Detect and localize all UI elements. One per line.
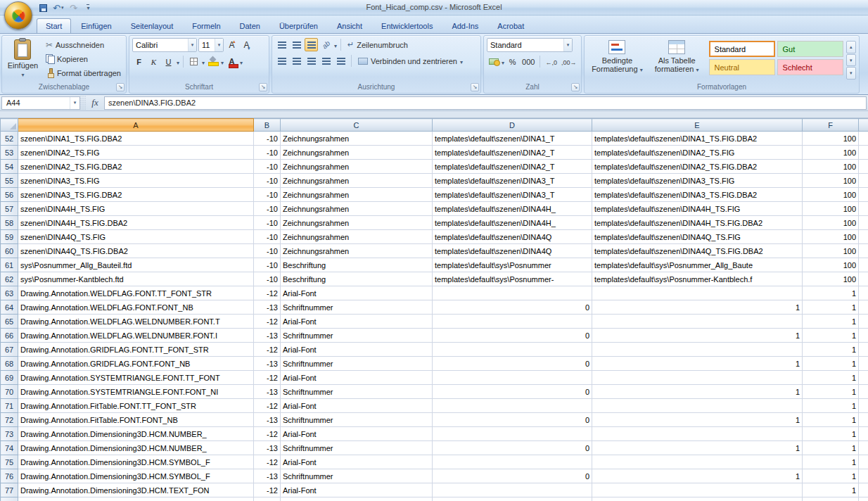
column-header-f[interactable]: F <box>803 119 859 132</box>
row-header-62[interactable]: 62 <box>1 272 18 286</box>
cell-C60[interactable]: Zeichnungsrahmen <box>281 244 433 258</box>
accounting-format-button[interactable] <box>487 55 500 68</box>
borders-dropdown-icon[interactable] <box>202 58 205 66</box>
cell-E77[interactable] <box>592 483 803 497</box>
cell-A66[interactable]: Drawing.Annotation.WELDFLAG.WELDNUMBER.F… <box>18 329 254 343</box>
cell-A64[interactable]: Drawing.Annotation.WELDFLAG.FONT.FONT_NB <box>18 300 254 315</box>
cell-A54[interactable]: szenen\DINA2_TS.FIG.DBA2 <box>18 160 254 174</box>
cell-A74[interactable]: Drawing.Annotation.Dimensioning3D.HCM.NU… <box>18 441 254 455</box>
style-cell-schlecht[interactable]: Schlecht <box>777 59 843 75</box>
conditional-formatting-button[interactable]: Bedingte Formatierung <box>587 38 647 82</box>
cell-D64[interactable]: 0 <box>433 300 592 315</box>
font-size-combo[interactable]: 11▾ <box>198 38 224 52</box>
row-header-73[interactable]: 73 <box>1 427 18 441</box>
cell-B65[interactable]: -12 <box>254 315 281 329</box>
column-header-c[interactable]: C <box>281 119 433 132</box>
cell-E52[interactable]: templates\default\szenen\DINA1_TS.FIG.DB… <box>592 132 803 146</box>
cell-E55[interactable]: templates\default\szenen\DINA3_TS.FIG <box>592 174 803 188</box>
cell-B57[interactable]: -10 <box>254 202 281 216</box>
cell-D55[interactable]: templates\default\szenen\DINA3_T <box>433 174 592 188</box>
cell-C56[interactable]: Zeichnungsrahmen <box>281 188 433 202</box>
font-family-dropdown-icon[interactable]: ▾ <box>188 39 196 51</box>
cell-B76[interactable]: -13 <box>254 469 281 483</box>
cell-D74[interactable]: 0 <box>433 441 592 455</box>
cell-D69[interactable] <box>433 371 592 385</box>
cell-E58[interactable]: templates\default\szenen\DINA4H_TS.FIG.D… <box>592 216 803 230</box>
cell-F67[interactable]: 1 <box>803 343 859 357</box>
row-header-57[interactable]: 57 <box>1 202 18 216</box>
select-all-corner[interactable] <box>1 119 18 132</box>
cell-B54[interactable]: -10 <box>254 160 281 174</box>
cell-A55[interactable]: szenen\DINA3_TS.FIG <box>18 174 254 188</box>
gallery-scroll-down-icon[interactable]: ▾ <box>846 54 856 67</box>
cell-E61[interactable]: templates\default\sys\Posnummer_Allg_Bau… <box>592 258 803 272</box>
gallery-scroll-up-icon[interactable]: ▴ <box>846 41 856 53</box>
cell-C75[interactable]: Arial-Font <box>281 455 433 469</box>
cell-E75[interactable] <box>592 455 803 469</box>
cell-E59[interactable]: templates\default\szenen\DINA4Q_TS.FIG <box>592 230 803 244</box>
office-button[interactable] <box>4 1 32 30</box>
cell-A53[interactable]: szenen\DINA2_TS.FIG <box>18 146 254 160</box>
row-header-71[interactable]: 71 <box>1 399 18 413</box>
cell-F70[interactable]: 1 <box>803 385 859 399</box>
cell-F72[interactable]: 1 <box>803 413 859 427</box>
cell-D56[interactable]: templates\default\szenen\DINA3_T <box>433 188 592 202</box>
cell-E71[interactable] <box>592 399 803 413</box>
row-header-54[interactable]: 54 <box>1 160 18 174</box>
cell-B72[interactable]: -13 <box>254 413 281 427</box>
cell-B59[interactable]: -10 <box>254 230 281 244</box>
cell-F77[interactable]: 1 <box>803 483 859 497</box>
row-header-70[interactable]: 70 <box>1 385 18 399</box>
cell-B74[interactable]: -13 <box>254 441 281 455</box>
cell-C55[interactable]: Zeichnungsrahmen <box>281 174 433 188</box>
tab-seitenlayout[interactable]: Seitenlayout <box>122 18 183 33</box>
cell-B69[interactable]: -12 <box>254 371 281 385</box>
wrap-text-button[interactable]: ↵Zeilenumbruch <box>345 38 411 51</box>
cell-E68[interactable]: 1 <box>592 357 803 371</box>
cell-F55[interactable]: 100 <box>803 174 859 188</box>
row-header-55[interactable]: 55 <box>1 174 18 188</box>
cell-B68[interactable]: -13 <box>254 357 281 371</box>
cell-D67[interactable] <box>433 343 592 357</box>
cell-F53[interactable]: 100 <box>803 146 859 160</box>
name-box-dropdown-icon[interactable]: ▾ <box>70 97 79 109</box>
cell-F62[interactable]: 100 <box>803 272 859 286</box>
decrease-font-button[interactable]: A▾ <box>240 39 253 52</box>
cell-B63[interactable]: -12 <box>254 286 281 300</box>
cell-F78[interactable]: 1 <box>803 497 859 501</box>
cell-B56[interactable]: -10 <box>254 188 281 202</box>
cell-A63[interactable]: Drawing.Annotation.WELDFLAG.FONT.TT_FONT… <box>18 286 254 300</box>
tab-ansicht[interactable]: Ansicht <box>328 18 371 33</box>
align-bottom-button[interactable] <box>305 38 318 51</box>
row-header-76[interactable]: 76 <box>1 469 18 483</box>
cell-D54[interactable]: templates\default\szenen\DINA2_T <box>433 160 592 174</box>
row-header-77[interactable]: 77 <box>1 483 18 497</box>
cell-D53[interactable]: templates\default\szenen\DINA2_T <box>433 146 592 160</box>
align-left-button[interactable] <box>275 54 288 68</box>
align-right-button[interactable] <box>305 54 318 68</box>
cell-B60[interactable]: -10 <box>254 244 281 258</box>
increase-font-button[interactable]: A▴ <box>225 39 238 52</box>
cell-E65[interactable] <box>592 315 803 329</box>
fill-color-dropdown-icon[interactable] <box>221 58 224 66</box>
cell-C68[interactable]: Schriftnummer <box>281 357 433 371</box>
cell-C57[interactable]: Zeichnungsrahmen <box>281 202 433 216</box>
alignment-dialog-launcher[interactable]: ↘ <box>471 83 479 91</box>
cell-B61[interactable]: -10 <box>254 258 281 272</box>
orientation-dropdown-icon[interactable] <box>334 41 337 49</box>
cell-B52[interactable]: -10 <box>254 132 281 146</box>
borders-button[interactable] <box>187 55 200 68</box>
cell-F60[interactable]: 100 <box>803 244 859 258</box>
cell-E56[interactable]: templates\default\szenen\DINA3_TS.FIG.DB… <box>592 188 803 202</box>
cell-D65[interactable] <box>433 315 592 329</box>
cell-E67[interactable] <box>592 343 803 357</box>
tab-daten[interactable]: Daten <box>231 18 269 33</box>
tab-add-ins[interactable]: Add-Ins <box>442 18 487 33</box>
bold-button[interactable]: F <box>132 55 146 68</box>
cell-C67[interactable]: Arial-Font <box>281 343 433 357</box>
tab-einfügen[interactable]: Einfügen <box>72 18 120 33</box>
paste-button[interactable]: Einfügen <box>5 38 41 82</box>
cell-A60[interactable]: szenen\DINA4Q_TS.FIG.DBA2 <box>18 244 254 258</box>
cell-F57[interactable]: 100 <box>803 202 859 216</box>
gallery-more-icon[interactable]: ▾ <box>846 67 856 80</box>
